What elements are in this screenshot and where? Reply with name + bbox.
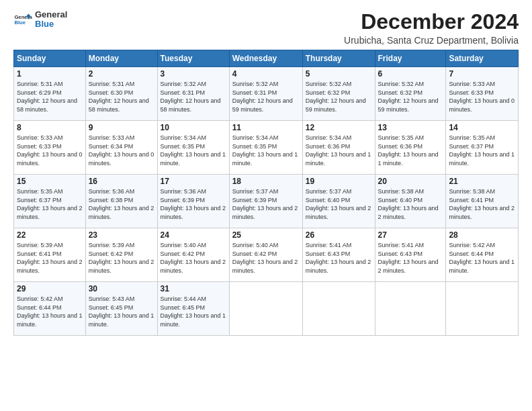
- sunrise-text: Sunrise: 5:40 AM: [161, 242, 207, 248]
- sunset-text: Sunset: 6:40 PM: [306, 197, 351, 203]
- header: General Blue General Blue December 2024 …: [13, 10, 519, 46]
- calendar-week-2: 8 Sunrise: 5:33 AM Sunset: 6:33 PM Dayli…: [14, 121, 519, 175]
- sunset-text: Sunset: 6:31 PM: [161, 89, 206, 96]
- day-cell-27: 27 Sunrise: 5:41 AM Sunset: 6:43 PM Dayl…: [375, 228, 446, 282]
- day-cell-12: 12 Sunrise: 5:34 AM Sunset: 6:36 PM Dayl…: [302, 121, 375, 175]
- day-cell-10: 10 Sunrise: 5:34 AM Sunset: 6:35 PM Dayl…: [157, 121, 229, 175]
- daylight-text: Daylight: 13 hours and 2 minutes.: [378, 205, 439, 220]
- day-info: Sunrise: 5:39 AM Sunset: 6:41 PM Dayligh…: [17, 241, 83, 275]
- sunset-text: Sunset: 6:37 PM: [449, 143, 494, 150]
- sunrise-text: Sunrise: 5:41 AM: [306, 242, 352, 248]
- calendar-week-4: 22 Sunrise: 5:39 AM Sunset: 6:41 PM Dayl…: [14, 228, 519, 282]
- day-cell-16: 16 Sunrise: 5:36 AM Sunset: 6:38 PM Dayl…: [85, 175, 157, 228]
- daylight-text: Daylight: 13 hours and 1 minute.: [306, 151, 371, 167]
- empty-cell: [229, 282, 302, 336]
- calendar-table: SundayMondayTuesdayWednesdayThursdayFrid…: [13, 50, 519, 336]
- day-info: Sunrise: 5:40 AM Sunset: 6:42 PM Dayligh…: [232, 241, 300, 275]
- day-number: 4: [232, 69, 300, 79]
- day-cell-3: 3 Sunrise: 5:32 AM Sunset: 6:31 PM Dayli…: [157, 67, 229, 121]
- header-day-monday: Monday: [85, 50, 157, 67]
- sunrise-text: Sunrise: 5:35 AM: [17, 188, 63, 195]
- sunset-text: Sunset: 6:42 PM: [161, 250, 206, 257]
- subtitle: Urubicha, Santa Cruz Department, Bolivia: [344, 35, 519, 46]
- empty-cell: [375, 282, 446, 336]
- sunrise-text: Sunrise: 5:43 AM: [89, 295, 135, 302]
- daylight-text: Daylight: 13 hours and 2 minutes.: [232, 205, 298, 220]
- sunrise-text: Sunrise: 5:36 AM: [89, 188, 135, 195]
- sunrise-text: Sunrise: 5:35 AM: [378, 134, 425, 141]
- sunrise-text: Sunrise: 5:41 AM: [378, 242, 425, 248]
- day-number: 25: [232, 230, 300, 240]
- daylight-text: Daylight: 13 hours and 1 minute.: [449, 259, 515, 274]
- sunrise-text: Sunrise: 5:34 AM: [232, 134, 279, 141]
- day-number: 17: [161, 177, 226, 186]
- daylight-text: Daylight: 13 hours and 0 minutes.: [17, 151, 83, 167]
- sunrise-text: Sunrise: 5:39 AM: [17, 242, 63, 248]
- sunset-text: Sunset: 6:43 PM: [378, 250, 423, 257]
- sunset-text: Sunset: 6:41 PM: [449, 197, 494, 203]
- sunrise-text: Sunrise: 5:32 AM: [306, 81, 352, 87]
- day-number: 7: [449, 69, 515, 79]
- sunrise-text: Sunrise: 5:31 AM: [17, 81, 63, 87]
- sunset-text: Sunset: 6:30 PM: [89, 89, 134, 96]
- day-info: Sunrise: 5:42 AM Sunset: 6:44 PM Dayligh…: [449, 241, 515, 275]
- day-number: 31: [161, 284, 226, 293]
- sunset-text: Sunset: 6:38 PM: [89, 197, 134, 203]
- header-day-saturday: Saturday: [446, 50, 519, 67]
- day-info: Sunrise: 5:32 AM Sunset: 6:31 PM Dayligh…: [232, 80, 300, 113]
- day-cell-7: 7 Sunrise: 5:33 AM Sunset: 6:33 PM Dayli…: [446, 67, 519, 121]
- day-info: Sunrise: 5:32 AM Sunset: 6:32 PM Dayligh…: [306, 80, 372, 113]
- sunset-text: Sunset: 6:31 PM: [232, 89, 277, 96]
- day-number: 24: [161, 230, 226, 240]
- daylight-text: Daylight: 13 hours and 0 minutes.: [89, 151, 154, 167]
- daylight-text: Daylight: 12 hours and 59 minutes.: [378, 97, 439, 113]
- sunset-text: Sunset: 6:36 PM: [378, 143, 423, 150]
- day-cell-26: 26 Sunrise: 5:41 AM Sunset: 6:43 PM Dayl…: [302, 228, 375, 282]
- sunset-text: Sunset: 6:33 PM: [449, 89, 494, 96]
- daylight-text: Daylight: 13 hours and 1 minute.: [232, 151, 298, 167]
- sunrise-text: Sunrise: 5:38 AM: [449, 188, 495, 195]
- daylight-text: Daylight: 13 hours and 2 minutes.: [161, 205, 226, 220]
- sunrise-text: Sunrise: 5:38 AM: [378, 188, 425, 195]
- daylight-text: Daylight: 13 hours and 2 minutes.: [161, 259, 226, 274]
- sunset-text: Sunset: 6:39 PM: [161, 197, 206, 203]
- logo-icon: General Blue: [13, 10, 32, 29]
- sunset-text: Sunset: 6:45 PM: [161, 304, 206, 311]
- sunrise-text: Sunrise: 5:32 AM: [232, 81, 279, 87]
- sunset-text: Sunset: 6:40 PM: [378, 197, 423, 203]
- daylight-text: Daylight: 13 hours and 2 minutes.: [17, 259, 83, 274]
- day-cell-8: 8 Sunrise: 5:33 AM Sunset: 6:33 PM Dayli…: [14, 121, 86, 175]
- day-number: 14: [449, 123, 515, 132]
- sunset-text: Sunset: 6:35 PM: [161, 143, 206, 150]
- sunrise-text: Sunrise: 5:34 AM: [161, 134, 207, 141]
- daylight-text: Daylight: 13 hours and 1 minute.: [449, 151, 515, 167]
- day-number: 1: [17, 69, 83, 79]
- day-info: Sunrise: 5:43 AM Sunset: 6:45 PM Dayligh…: [89, 295, 154, 328]
- day-info: Sunrise: 5:44 AM Sunset: 6:45 PM Dayligh…: [161, 295, 226, 328]
- day-number: 29: [17, 284, 83, 293]
- daylight-text: Daylight: 13 hours and 1 minute.: [161, 151, 226, 167]
- day-cell-31: 31 Sunrise: 5:44 AM Sunset: 6:45 PM Dayl…: [157, 282, 229, 336]
- daylight-text: Daylight: 12 hours and 58 minutes.: [17, 97, 77, 113]
- day-info: Sunrise: 5:33 AM Sunset: 6:34 PM Dayligh…: [89, 134, 154, 167]
- sunset-text: Sunset: 6:45 PM: [89, 304, 134, 311]
- sunset-text: Sunset: 6:29 PM: [17, 89, 62, 96]
- daylight-text: Daylight: 13 hours and 2 minutes.: [306, 259, 371, 274]
- sunrise-text: Sunrise: 5:34 AM: [306, 134, 352, 141]
- sunrise-text: Sunrise: 5:33 AM: [17, 134, 63, 141]
- day-number: 23: [89, 230, 154, 240]
- sunset-text: Sunset: 6:35 PM: [232, 143, 277, 150]
- day-cell-11: 11 Sunrise: 5:34 AM Sunset: 6:35 PM Dayl…: [229, 121, 302, 175]
- day-number: 11: [232, 123, 300, 132]
- sunset-text: Sunset: 6:37 PM: [17, 197, 62, 203]
- day-info: Sunrise: 5:34 AM Sunset: 6:35 PM Dayligh…: [161, 134, 226, 167]
- header-day-friday: Friday: [375, 50, 446, 67]
- sunrise-text: Sunrise: 5:32 AM: [378, 81, 425, 87]
- sunset-text: Sunset: 6:34 PM: [89, 143, 134, 150]
- day-cell-1: 1 Sunrise: 5:31 AM Sunset: 6:29 PM Dayli…: [14, 67, 86, 121]
- month-title: December 2024: [344, 10, 519, 34]
- calendar-week-1: 1 Sunrise: 5:31 AM Sunset: 6:29 PM Dayli…: [14, 67, 519, 121]
- sunrise-text: Sunrise: 5:42 AM: [17, 295, 63, 302]
- day-number: 2: [89, 69, 154, 79]
- day-number: 18: [232, 177, 300, 186]
